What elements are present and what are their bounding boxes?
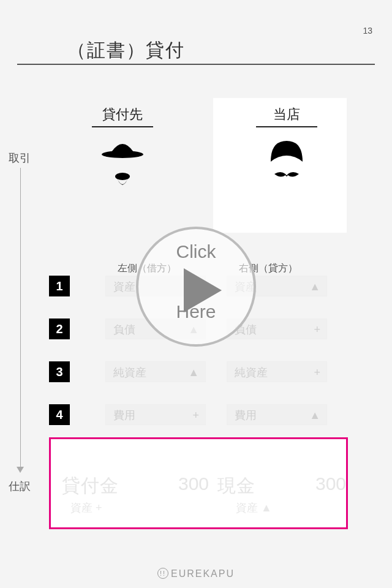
chip-label: 資産 <box>113 281 135 293</box>
row-number: 2 <box>49 318 70 339</box>
svg-point-1 <box>115 173 130 180</box>
chip-debit[interactable]: 純資産▲ <box>105 361 206 382</box>
chip-credit[interactable]: 純資産+ <box>227 361 327 382</box>
side-label-transaction: 取引 <box>9 151 31 165</box>
brand-badge-icon: !! <box>157 568 168 579</box>
sign-icon: + <box>314 319 320 340</box>
play-button[interactable]: Click Here <box>136 227 256 347</box>
journal-entry-result: 貸付金 300 現金 300 資産 + 資産 ▲ <box>49 437 348 529</box>
result-debit-account: 貸付金 <box>62 473 119 499</box>
brand-text: EUREKAPU <box>171 568 235 579</box>
sign-icon: + <box>192 405 199 426</box>
sign-icon: ▲ <box>309 405 320 426</box>
page-number: 13 <box>363 26 372 36</box>
chip-label: 負債 <box>113 323 135 336</box>
flow-arrow-head-icon <box>17 467 24 473</box>
chip-credit[interactable]: 費用▲ <box>227 404 327 425</box>
result-credit-account: 現金 <box>217 473 255 499</box>
result-debit-sub: 資産 + <box>70 500 102 515</box>
chip-label: 純資産 <box>235 366 268 379</box>
row-number: 3 <box>49 361 70 382</box>
chip-label: 費用 <box>235 409 257 421</box>
page-title: （証書）貸付 <box>67 38 185 63</box>
chip-label: 費用 <box>113 409 135 421</box>
table-row: 3 純資産▲ 純資産+ <box>49 361 348 391</box>
title-rule <box>17 64 375 65</box>
chip-label: 純資産 <box>113 366 146 379</box>
row-number: 4 <box>49 404 70 425</box>
party-label-us: 当店 <box>256 105 317 127</box>
play-label-top: Click <box>138 241 254 262</box>
avatar-borrower-icon <box>98 138 147 197</box>
party-label-borrower: 貸付先 <box>92 105 153 127</box>
sign-icon: ▲ <box>188 362 199 383</box>
result-credit-amount: 300 <box>315 473 346 494</box>
side-label-journal: 仕訳 <box>9 479 31 494</box>
sign-icon: + <box>314 362 320 383</box>
table-row: 4 費用+ 費用▲ <box>49 404 348 434</box>
footer-brand: !!EUREKAPU <box>0 568 392 579</box>
flow-arrow-line <box>20 168 21 468</box>
result-debit-amount: 300 <box>178 473 209 494</box>
avatar-us-icon <box>262 138 311 197</box>
sign-icon: ▲ <box>309 276 320 297</box>
play-icon <box>184 268 222 312</box>
row-number: 1 <box>49 276 70 296</box>
result-credit-sub: 資産 ▲ <box>236 500 272 515</box>
chip-debit[interactable]: 費用+ <box>105 404 206 425</box>
